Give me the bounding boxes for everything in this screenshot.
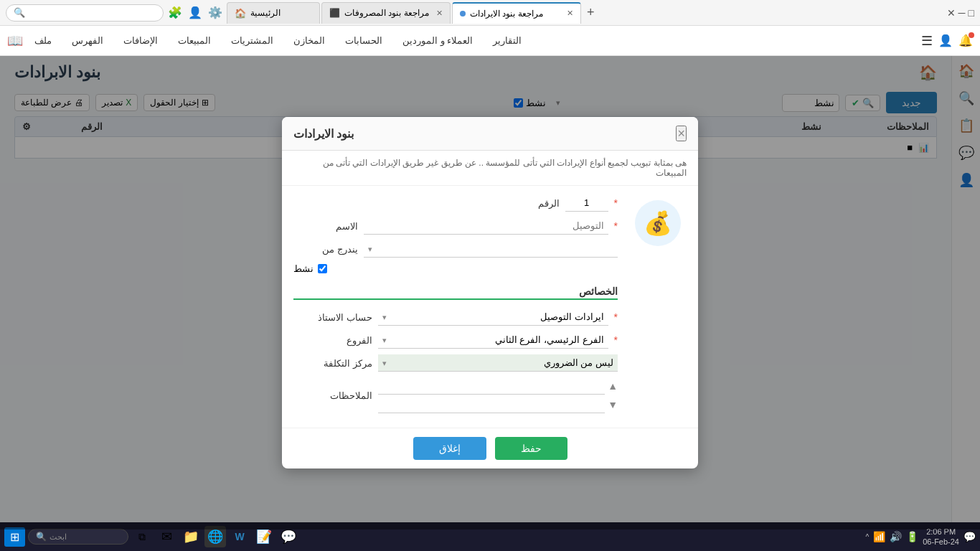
parent-row: يندرج من <box>293 240 618 258</box>
tray-network-icon[interactable]: 📶 <box>873 531 885 542</box>
expenses-tab-label: مراجعة بنود المصروفات <box>344 8 429 18</box>
browser-toolbar-icons: 🧩 👤 ⚙️ <box>168 6 222 19</box>
cost-center-label: مركز التكلفة <box>293 358 372 369</box>
system-date-value: 06-Feb-24 <box>923 537 959 547</box>
account-required-star: * <box>614 311 618 323</box>
taskbar-search-placeholder: ابحث <box>50 532 67 542</box>
header-profile-icon[interactable]: 👤 <box>938 34 953 47</box>
notification-dot <box>969 32 974 38</box>
account-input[interactable] <box>378 309 608 326</box>
notes-label: الملاحظات <box>293 390 372 401</box>
home-tab-icon: 🏠 <box>235 8 246 19</box>
teams-icon: 💬 <box>281 529 296 545</box>
save-button[interactable]: حفظ <box>495 437 567 460</box>
bell-wrap: 🔔 <box>958 34 973 47</box>
word-icon: W <box>235 531 244 542</box>
modal-body: 💰 * الرقم * الاسم <box>282 186 698 428</box>
nav-item-warehouses[interactable]: المخازن <box>285 31 334 50</box>
nav-item-reports[interactable]: التقارير <box>484 31 530 50</box>
modal-footer: حفظ إغلاق <box>282 428 698 468</box>
branch-row: * الفروع <box>293 331 618 349</box>
modal-active-checkbox[interactable] <box>318 264 327 273</box>
modal-description: هى بمثابة تبويب لجميع أنواع الإيرادات ال… <box>282 151 698 186</box>
cost-center-row: ليس من الضروري مركز التكلفة <box>293 354 618 372</box>
notes-arrows-down: ▼ <box>608 400 618 410</box>
minimize-window-icon[interactable]: ─ <box>958 7 966 19</box>
app-nav: التقارير العملاء و الموردين الحسابات الم… <box>7 31 530 50</box>
mail-icon: ✉ <box>161 529 172 545</box>
browser-tab-expenses[interactable]: ⬛ مراجعة بنود المصروفات ✕ <box>321 2 451 24</box>
modal-header: × بنود الايرادات <box>282 117 698 151</box>
nav-item-file[interactable]: ملف <box>26 31 60 50</box>
tray-notification-icon[interactable]: 💬 <box>963 531 976 542</box>
name-input[interactable] <box>364 217 608 235</box>
address-bar[interactable]: 🔍 <box>6 4 164 22</box>
parent-label: يندرج من <box>293 244 358 255</box>
modal-title: بنود الايرادات <box>293 127 354 141</box>
notes-down-arrow[interactable]: ▼ <box>608 400 618 410</box>
notes-taskbar-icon: 📝 <box>256 529 272 545</box>
notes-input-bottom[interactable] <box>378 396 605 413</box>
page-content: 🏠 🔍 📋 💬 👤 🏠 بنود الابرادات جديد 🔍 ✔ نشط <box>0 56 980 529</box>
parent-select[interactable] <box>364 240 618 258</box>
notes-row: ▲ ▼ ا <box>293 377 618 413</box>
money-icon: 💰 <box>644 209 672 237</box>
tray-battery-icon[interactable]: 🔋 <box>906 531 918 542</box>
characteristics-section: * حساب الاستاذ * <box>293 309 618 419</box>
settings-browser-icon[interactable]: ⚙️ <box>208 6 222 19</box>
expenses-tab-close[interactable]: ✕ <box>436 9 443 18</box>
hamburger-icon[interactable]: ☰ <box>921 33 933 49</box>
task-view-icon: ⧉ <box>138 531 146 543</box>
taskbar-search[interactable]: 🔍 ابحث <box>28 529 128 545</box>
notes-up-arrow[interactable]: ▲ <box>608 381 618 391</box>
browser-bar: ✕ ─ □ 🏠 الرئيسية ⬛ مراجعة بنود المصروفات… <box>0 0 980 26</box>
active-row: نشط <box>293 263 618 274</box>
name-label: الاسم <box>293 221 358 232</box>
close-window-icon[interactable]: ✕ <box>947 7 956 19</box>
modal-dialog: × بنود الايرادات هى بمثابة تبويب لجميع أ… <box>282 117 698 468</box>
nav-item-sales[interactable]: المبيعات <box>169 31 220 50</box>
nav-item-purchases[interactable]: المشتريات <box>222 31 282 50</box>
add-tab-button[interactable]: + <box>583 5 599 20</box>
modal-active-label: نشط <box>293 263 314 274</box>
revenue-tab-dot <box>460 11 466 17</box>
notes-arrows: ▲ <box>608 381 618 391</box>
tray-volume-icon[interactable]: 🔊 <box>890 531 902 542</box>
taskbar-search-icon: 🔍 <box>36 532 47 542</box>
notes-input-top[interactable] <box>378 377 605 395</box>
maximize-window-icon[interactable]: □ <box>969 7 974 19</box>
nav-item-additions[interactable]: الإضافات <box>115 31 166 50</box>
close-dialog-button[interactable]: إغلاق <box>413 437 486 460</box>
number-required-star: * <box>614 197 618 209</box>
branch-input[interactable] <box>378 331 608 349</box>
modal-form: * الرقم * الاسم <box>293 194 618 419</box>
browser-tab-revenue[interactable]: مراجعة بنود الايرادات ✕ <box>452 2 581 24</box>
modal-description-text: هى بمثابة تبويب لجميع أنواع الإيرادات ال… <box>323 158 687 178</box>
expenses-tab-favicon: ⬛ <box>329 8 340 18</box>
tab-bar: 🏠 الرئيسية ⬛ مراجعة بنود المصروفات ✕ مرا… <box>227 2 940 24</box>
modal-overlay: × بنود الايرادات هى بمثابة تبويب لجميع أ… <box>0 56 980 529</box>
book-icon: 📖 <box>7 33 23 49</box>
tray-chevron-icon[interactable]: ^ <box>866 533 870 541</box>
characteristics-section-header: الخصائص <box>293 286 618 300</box>
browser-tab-home[interactable]: 🏠 الرئيسية <box>227 2 320 24</box>
name-row: * الاسم <box>293 217 618 235</box>
window-controls: ✕ ─ □ <box>947 7 974 19</box>
user-profile-browser-icon[interactable]: 👤 <box>188 6 202 19</box>
number-label: الرقم <box>495 198 560 209</box>
number-input[interactable] <box>565 194 608 212</box>
folder-icon: 📁 <box>183 529 199 545</box>
cost-center-select[interactable]: ليس من الضروري <box>378 354 618 372</box>
modal-close-button[interactable]: × <box>676 126 687 141</box>
search-icon: 🔍 <box>14 7 25 18</box>
start-button[interactable]: ⊞ <box>4 527 25 547</box>
modal-money-icon-circle: 💰 <box>635 200 681 246</box>
branch-label: الفروع <box>293 335 372 346</box>
account-label: حساب الاستاذ <box>293 312 372 323</box>
nav-item-clients[interactable]: العملاء و الموردين <box>394 31 481 50</box>
account-row: * حساب الاستاذ <box>293 309 618 326</box>
extensions-icon[interactable]: 🧩 <box>168 6 182 19</box>
revenue-tab-close[interactable]: ✕ <box>567 9 573 18</box>
nav-item-accounts[interactable]: الحسابات <box>336 31 391 50</box>
nav-item-index[interactable]: الفهرس <box>63 31 112 50</box>
